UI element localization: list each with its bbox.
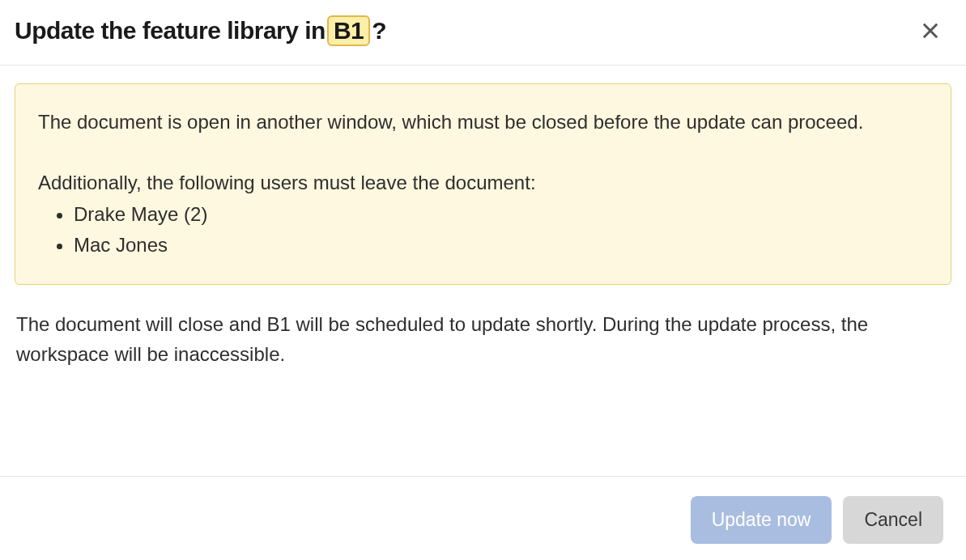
warning-list-intro: Additionally, the following users must l… [38,168,928,197]
title-suffix: ? [372,17,386,45]
dialog-header: Update the feature library in B1 ? [0,0,966,66]
dialog-title: Update the feature library in B1 ? [15,15,386,46]
update-now-button[interactable]: Update now [691,496,832,544]
close-icon [919,19,942,42]
list-item: Mac Jones [74,230,928,260]
warning-paragraph: The document is open in another window, … [38,107,928,137]
update-library-dialog: Update the feature library in B1 ? The d… [0,0,966,560]
dialog-body-text: The document will close and B1 will be s… [15,309,951,369]
dialog-body: The document is open in another window, … [0,66,966,476]
warning-box: The document is open in another window, … [15,83,951,285]
cancel-button[interactable]: Cancel [843,496,943,544]
title-prefix: Update the feature library in [15,17,326,45]
dialog-footer: Update now Cancel [0,476,966,560]
list-item: Drake Maye (2) [74,199,928,229]
close-button[interactable] [914,15,947,47]
title-badge: B1 [327,15,370,46]
warning-user-list: Drake Maye (2) Mac Jones [38,199,928,259]
